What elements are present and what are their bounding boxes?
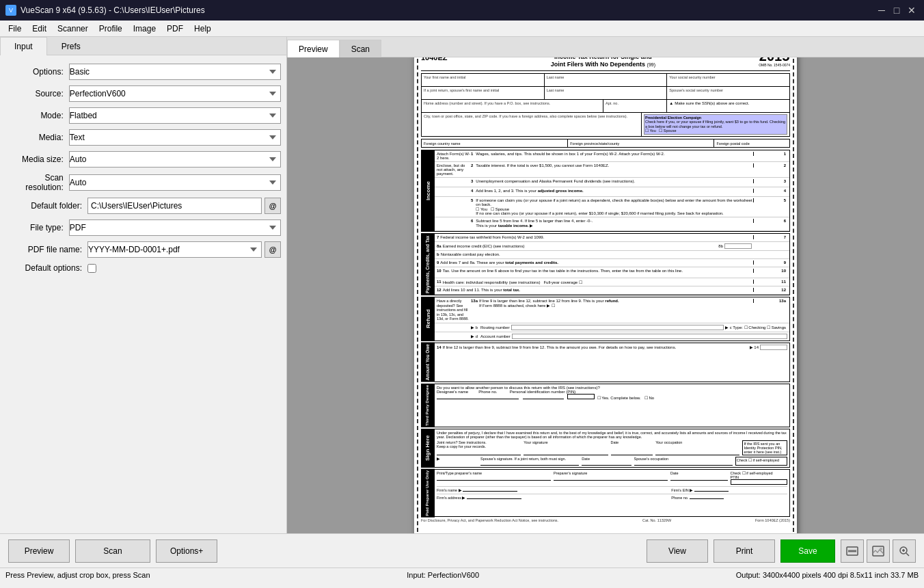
panel-tabs: Input Prefs: [0, 37, 286, 55]
image-icon-button[interactable]: [867, 539, 890, 563]
mode-label: Mode:: [5, 111, 69, 120]
media-label: Media:: [5, 133, 69, 142]
bottom-bar: Preview Scan Options+ View Print Save: [0, 533, 924, 567]
default-options-label-wrap: [87, 264, 96, 273]
default-options-row: Default options:: [5, 263, 281, 273]
statusbar-left: Press Preview, adjust crop box, press Sc…: [5, 571, 150, 579]
scan-button[interactable]: Scan: [75, 539, 150, 563]
app-icon: V: [5, 5, 16, 16]
titlebar: V VueScan 9 x64 (9.5.63) - C:\Users\IEUs…: [0, 0, 924, 21]
media-size-select[interactable]: AutoLetterA4: [69, 151, 281, 168]
mode-select[interactable]: FlatbedTransparency: [69, 107, 281, 124]
source-row: Source: PerfectionV600: [5, 85, 281, 102]
document-container: Form 1040EZ Department of the Treasury—I…: [414, 57, 797, 533]
default-options-label: Default options:: [5, 263, 87, 273]
media-size-row: Media size: AutoLetterA4: [5, 151, 281, 168]
pdf-filename-label: PDF file name:: [5, 245, 87, 254]
scan-resolution-row: Scan resolution: Auto751503006001200: [5, 173, 281, 192]
left-panel: Input Prefs Options: BasicStandardProfes…: [0, 37, 287, 533]
scan-resolution-select[interactable]: Auto751503006001200: [69, 174, 281, 191]
options-row: Options: BasicStandardProfessional: [5, 64, 281, 80]
menu-help[interactable]: Help: [189, 23, 217, 35]
folder-row: @: [87, 198, 281, 214]
menu-edit[interactable]: Edit: [27, 23, 52, 35]
svg-point-4: [880, 548, 882, 550]
pdf-at-button[interactable]: @: [264, 241, 281, 258]
pdf-filename-row: PDF file name: YYYY-MM-DD-0001+.pdf @: [5, 241, 281, 258]
options-button[interactable]: Options+: [156, 539, 217, 563]
source-label: Source:: [5, 89, 69, 98]
tax-form: Form 1040EZ Department of the Treasury—I…: [414, 57, 797, 533]
close-button[interactable]: ✕: [905, 3, 919, 17]
media-select[interactable]: TextImageColor: [69, 129, 281, 146]
file-type-row: File type: PDFJPEGTIFFPNG: [5, 219, 281, 236]
default-folder-input[interactable]: [87, 198, 262, 214]
default-folder-row: Default folder: @: [5, 198, 281, 214]
zoom-in-button[interactable]: [893, 539, 916, 563]
media-size-label: Media size:: [5, 155, 69, 164]
statusbar: Press Preview, adjust crop box, press Sc…: [0, 567, 924, 581]
statusbar-middle: Input: PerfectionV600: [407, 571, 479, 579]
menu-scanner[interactable]: Scanner: [52, 23, 94, 35]
menu-file[interactable]: File: [3, 23, 27, 35]
right-icons: [841, 539, 916, 563]
menubar: File Edit Scanner Profile Image PDF Help: [0, 21, 924, 37]
tab-prefs[interactable]: Prefs: [47, 37, 95, 55]
file-type-select[interactable]: PDFJPEGTIFFPNG: [69, 219, 281, 236]
preview-area[interactable]: Form 1040EZ Department of the Treasury—I…: [287, 57, 924, 533]
tab-input[interactable]: Input: [0, 37, 47, 55]
preview-tabs: Preview Scan: [287, 37, 924, 57]
form-area: Options: BasicStandardProfessional Sourc…: [0, 55, 286, 533]
menu-image[interactable]: Image: [128, 23, 161, 35]
scan-resolution-label: Scan resolution:: [5, 173, 69, 192]
default-folder-label: Default folder:: [5, 201, 87, 211]
save-button[interactable]: Save: [780, 539, 835, 563]
maximize-button[interactable]: □: [890, 3, 903, 17]
tab-preview[interactable]: Preview: [287, 40, 340, 57]
media-row: Media: TextImageColor: [5, 129, 281, 146]
folder-at-button[interactable]: @: [264, 198, 281, 214]
pdf-folder-row: YYYY-MM-DD-0001+.pdf @: [87, 241, 281, 258]
titlebar-left: V VueScan 9 x64 (9.5.63) - C:\Users\IEUs…: [5, 5, 205, 16]
file-type-label: File type:: [5, 223, 69, 232]
options-label: Options:: [5, 67, 69, 77]
mode-row: Mode: FlatbedTransparency: [5, 107, 281, 124]
svg-line-6: [906, 553, 909, 556]
scan-icon-button[interactable]: [841, 539, 864, 563]
window-title: VueScan 9 x64 (9.5.63) - C:\Users\IEUser…: [21, 5, 205, 15]
source-select[interactable]: PerfectionV600: [69, 85, 281, 102]
options-select[interactable]: BasicStandardProfessional: [69, 64, 281, 80]
menu-pdf[interactable]: PDF: [161, 23, 189, 35]
statusbar-right: Output: 3400x4400 pixels 400 dpi 8.5x11 …: [736, 571, 919, 579]
print-button[interactable]: Print: [714, 539, 775, 563]
preview-button[interactable]: Preview: [8, 539, 70, 563]
view-button[interactable]: View: [647, 539, 708, 563]
main-area: Input Prefs Options: BasicStandardProfes…: [0, 37, 924, 533]
menu-profile[interactable]: Profile: [94, 23, 128, 35]
titlebar-controls: ─ □ ✕: [875, 3, 919, 17]
default-options-checkbox[interactable]: [87, 264, 96, 273]
minimize-button[interactable]: ─: [875, 3, 888, 17]
tab-scan[interactable]: Scan: [340, 40, 381, 57]
right-panel: Preview Scan Form 1040EZ Department of t…: [287, 37, 924, 533]
pdf-filename-select[interactable]: YYYY-MM-DD-0001+.pdf: [87, 241, 262, 258]
